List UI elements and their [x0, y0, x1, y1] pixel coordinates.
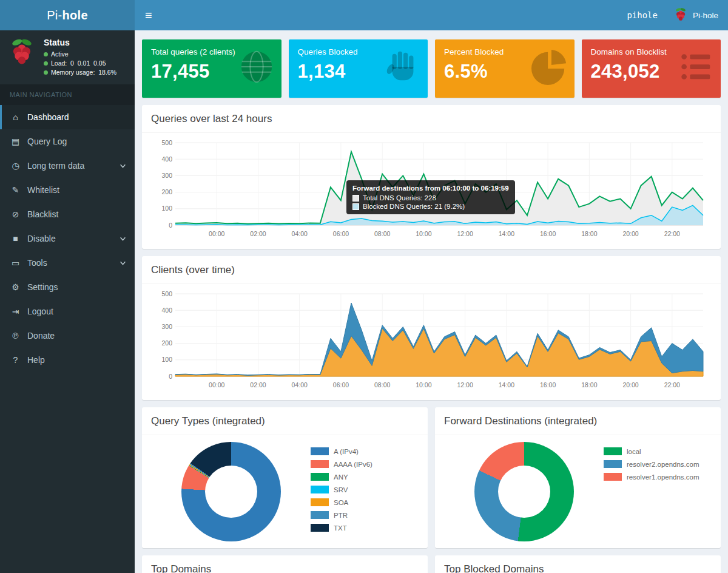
sidebar-item-help[interactable]: ?Help [0, 348, 135, 372]
legend-item-resolver1-opendns-com[interactable]: resolver1.opendns.com [604, 473, 712, 481]
legend-item-any[interactable]: ANY [311, 473, 419, 481]
svg-text:16:00: 16:00 [540, 230, 556, 237]
panel-title-top-blocked: Top Blocked Domains [435, 555, 721, 573]
svg-text:20:00: 20:00 [622, 230, 638, 237]
legend-item-resolver2-opendns-com[interactable]: resolver2.opendns.com [604, 460, 712, 468]
sidebar-item-label: Disable [27, 234, 56, 243]
sidebar-item-blacklist[interactable]: ⊘Blacklist [0, 202, 135, 226]
sidebar-item-label: Whitelist [27, 185, 59, 195]
queries-over-time-chart[interactable]: 010020030040050000:0002:0004:0006:0008:0… [142, 133, 721, 249]
sidebar-item-label: Query Log [27, 137, 67, 146]
legend-item-ptr[interactable]: PTR [311, 511, 419, 519]
legend-label: local [627, 448, 641, 455]
svg-text:14:00: 14:00 [499, 381, 514, 388]
sidebar-item-disable[interactable]: ■Disable [0, 226, 135, 251]
svg-text:0: 0 [169, 222, 172, 229]
sidebar-item-query-log[interactable]: ▤Query Log [0, 129, 135, 154]
sidebar-item-label: Tools [27, 258, 47, 268]
status-line: Load: 0 0.01 0.05 [44, 59, 116, 67]
query-types-donut[interactable] [181, 442, 281, 541]
legend-label: AAAA (IPv6) [334, 461, 372, 468]
sidebar-item-long-term-data[interactable]: ◷Long term data [0, 154, 135, 178]
sidebar-item-label: Long term data [27, 161, 84, 171]
svg-text:200: 200 [161, 188, 172, 195]
sidebar-item-logout[interactable]: ⇥Logout [0, 299, 135, 324]
legend-item-srv[interactable]: SRV [311, 486, 419, 493]
forward-destinations-legend: localresolver2.opendns.comresolver1.open… [604, 440, 712, 543]
sidebar-item-label: Logout [27, 307, 53, 316]
stat-boxes-row: Total queries (2 clients)17,455Queries B… [142, 39, 721, 98]
gears-icon: ⚙ [10, 282, 21, 292]
panel-title-clients: Clients (over time) [142, 256, 721, 284]
svg-text:300: 300 [161, 323, 172, 330]
queries-chart-svg[interactable]: 010020030040050000:0002:0004:0006:0008:0… [151, 138, 712, 241]
legend-item-txt[interactable]: TXT [311, 524, 419, 532]
pie-chart-icon [531, 48, 568, 87]
pihole-logo-icon [673, 7, 688, 24]
sidebar-item-label: Dashboard [27, 112, 69, 122]
svg-text:10:00: 10:00 [416, 381, 431, 388]
svg-text:14:00: 14:00 [499, 230, 514, 237]
chevron-down-icon [120, 163, 126, 169]
legend-swatch [604, 447, 622, 455]
raspberry-icon [673, 7, 688, 22]
sidebar-menu: ⌂Dashboard▤Query Log◷Long term data✎Whit… [0, 105, 135, 372]
chevron-down-icon [120, 260, 126, 266]
question-icon: ? [10, 355, 21, 365]
svg-text:22:00: 22:00 [664, 381, 680, 388]
brand-text-light: Pi- [47, 8, 62, 22]
brand-logo[interactable]: Pi-hole [0, 0, 135, 30]
query-types-legend: A (IPv4)AAAA (IPv6)ANYSRVSOAPTRTXT [311, 440, 419, 543]
sidebar-item-whitelist[interactable]: ✎Whitelist [0, 178, 135, 202]
raspberry-icon [7, 38, 36, 67]
legend-label: TXT [334, 524, 347, 532]
svg-text:300: 300 [161, 172, 172, 179]
svg-text:10:00: 10:00 [416, 230, 431, 237]
status-dot-icon [44, 61, 48, 66]
sidebar-item-settings[interactable]: ⚙Settings [0, 275, 135, 299]
svg-text:16:00: 16:00 [540, 381, 556, 388]
legend-item-soa[interactable]: SOA [311, 498, 419, 506]
svg-text:02:00: 02:00 [250, 381, 266, 388]
legend-swatch [311, 524, 329, 532]
svg-text:12:00: 12:00 [457, 381, 473, 388]
status-line: Active [44, 50, 116, 58]
sidebar-item-dashboard[interactable]: ⌂Dashboard [0, 105, 135, 129]
panel-title-query-types: Query Types (integrated) [142, 407, 428, 435]
sidebar-item-label: Help [27, 355, 45, 365]
legend-swatch [604, 473, 622, 481]
user-menu[interactable]: Pi-hole [673, 0, 718, 30]
svg-text:500: 500 [161, 139, 172, 146]
legend-label: SRV [334, 486, 348, 493]
clients-chart-svg[interactable]: 010020030040050000:0002:0004:0006:0008:0… [151, 289, 712, 392]
status-dot-icon [44, 70, 48, 75]
sidebar-toggle-button[interactable]: ≡ [135, 0, 163, 30]
sidebar: Status ActiveLoad: 0 0.01 0.05Memory usa… [0, 30, 135, 573]
sidebar-item-label: Blacklist [27, 209, 58, 219]
svg-text:200: 200 [161, 339, 172, 347]
svg-text:08:00: 08:00 [374, 230, 390, 237]
svg-text:20:00: 20:00 [622, 381, 638, 388]
top-navbar: Pi-hole ≡ pihole Pi-hole [0, 0, 728, 30]
legend-item-aaaa-ipv6[interactable]: AAAA (IPv6) [311, 460, 419, 468]
status-dot-icon [44, 52, 48, 56]
legend-item-a-ipv4[interactable]: A (IPv4) [311, 447, 419, 455]
legend-swatch [311, 460, 329, 468]
svg-text:18:00: 18:00 [581, 230, 597, 237]
svg-text:12:00: 12:00 [457, 230, 473, 237]
stat-box-queries-blocked: Queries Blocked1,134 [289, 39, 428, 98]
legend-label: SOA [334, 499, 348, 506]
sidebar-item-tools[interactable]: ▭Tools [0, 251, 135, 275]
svg-text:100: 100 [161, 356, 172, 363]
svg-text:500: 500 [161, 290, 172, 297]
main-content: Total queries (2 clients)17,455Queries B… [135, 30, 728, 573]
sidebar-item-donate[interactable]: ℗Donate [0, 324, 135, 348]
forward-destinations-donut[interactable] [474, 442, 574, 541]
legend-label: resolver2.opendns.com [627, 461, 699, 468]
legend-item-local[interactable]: local [604, 447, 712, 455]
clients-over-time-chart[interactable]: 010020030040050000:0002:0004:0006:0008:0… [142, 284, 721, 400]
sidebar-item-label: Donate [27, 331, 55, 341]
panel-title-top-domains: Top Domains [142, 555, 428, 573]
sign-out-icon: ⇥ [10, 307, 21, 316]
home-icon: ⌂ [10, 112, 21, 122]
